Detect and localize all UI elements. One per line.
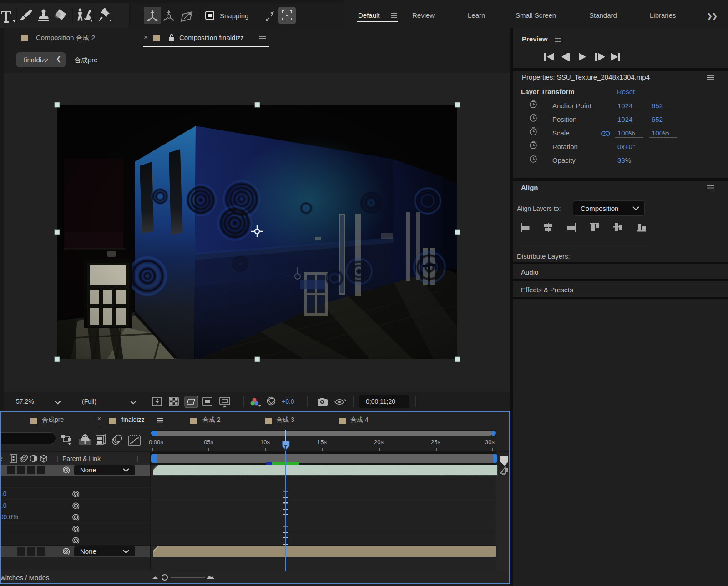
svg-text:Snapping: Snapping (220, 12, 248, 20)
